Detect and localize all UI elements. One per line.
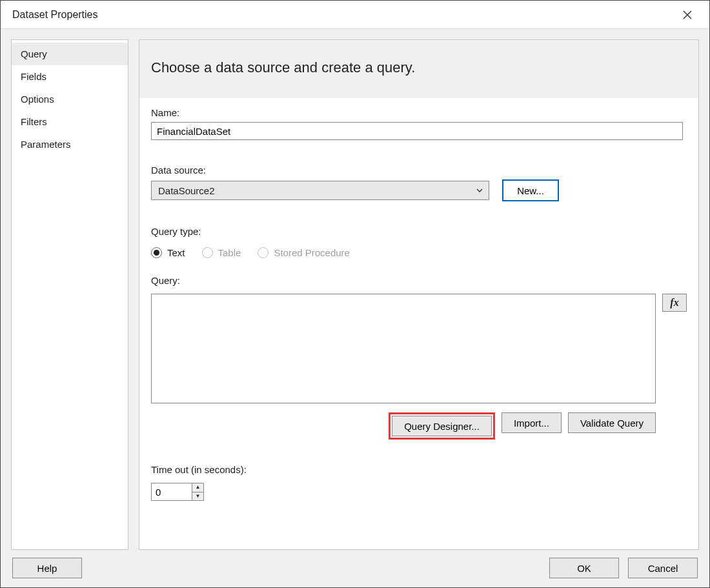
timeout-input[interactable] [152, 483, 192, 500]
page-heading: Choose a data source and create a query. [139, 40, 698, 98]
timeout-label: Time out (in seconds): [151, 464, 687, 475]
radio-text[interactable]: Text [151, 247, 185, 258]
name-label: Name: [151, 107, 687, 118]
radio-icon [151, 247, 162, 258]
spinner-arrows: ▲ ▼ [192, 483, 203, 500]
import-button[interactable]: Import... [502, 412, 562, 433]
radio-stored-procedure[interactable]: Stored Procedure [258, 247, 350, 258]
help-button[interactable]: Help [12, 558, 82, 578]
titlebar: Dataset Properties [1, 1, 709, 29]
querytype-label: Query type: [151, 226, 687, 237]
radio-table[interactable]: Table [202, 247, 241, 258]
query-designer-button[interactable]: Query Designer... [392, 416, 492, 436]
radio-icon [258, 247, 269, 258]
dialog-footer: Help OK Cancel [11, 558, 699, 580]
spinner-down[interactable]: ▼ [192, 492, 203, 501]
new-datasource-button[interactable]: New... [502, 179, 559, 201]
close-button[interactable] [674, 5, 700, 25]
sidebar-item-query[interactable]: Query [12, 43, 128, 65]
fx-icon: fx [670, 297, 678, 309]
chevron-down-icon [476, 187, 483, 194]
timeout-section: Time out (in seconds): ▲ ▼ [151, 463, 687, 501]
query-label: Query: [151, 275, 687, 286]
timeout-spinner[interactable]: ▲ ▼ [151, 483, 204, 501]
main-panel: Choose a data source and create a query.… [139, 39, 699, 550]
close-icon [683, 10, 692, 19]
cancel-button[interactable]: Cancel [628, 558, 698, 578]
datasource-select[interactable]: DataSource2 [151, 181, 489, 200]
datasource-row: DataSource2 New... [151, 179, 687, 201]
querytype-radio-group: Text Table Stored Procedure [151, 247, 687, 258]
sidebar-item-options[interactable]: Options [12, 88, 128, 110]
sidebar-item-fields[interactable]: Fields [12, 65, 128, 88]
expression-button[interactable]: fx [662, 294, 687, 312]
datasource-value: DataSource2 [158, 185, 215, 196]
radio-table-label: Table [218, 247, 241, 258]
datasource-label: Data source: [151, 165, 687, 176]
sidebar-item-parameters[interactable]: Parameters [12, 133, 128, 156]
radio-icon [202, 247, 213, 258]
ok-button[interactable]: OK [549, 558, 619, 578]
sidebar-item-filters[interactable]: Filters [12, 110, 128, 133]
content-row: Query Fields Options Filters Parameters … [11, 39, 699, 550]
dataset-properties-dialog: Dataset Properties Query Fields Options … [0, 0, 710, 588]
query-textarea[interactable] [151, 294, 656, 403]
validate-query-button[interactable]: Validate Query [568, 412, 656, 433]
radio-stored-label: Stored Procedure [274, 247, 350, 258]
name-input[interactable] [151, 122, 683, 140]
spinner-up[interactable]: ▲ [192, 483, 203, 492]
radio-text-label: Text [167, 247, 185, 258]
highlight-box: Query Designer... [389, 412, 495, 440]
sidebar: Query Fields Options Filters Parameters [11, 39, 128, 550]
query-row: fx [151, 294, 687, 403]
query-button-row: Query Designer... Import... Validate Que… [151, 412, 687, 440]
window-title: Dataset Properties [12, 9, 98, 21]
main-body: Name: Data source: DataSource2 New... [139, 98, 698, 549]
dialog-body: Query Fields Options Filters Parameters … [1, 29, 709, 587]
